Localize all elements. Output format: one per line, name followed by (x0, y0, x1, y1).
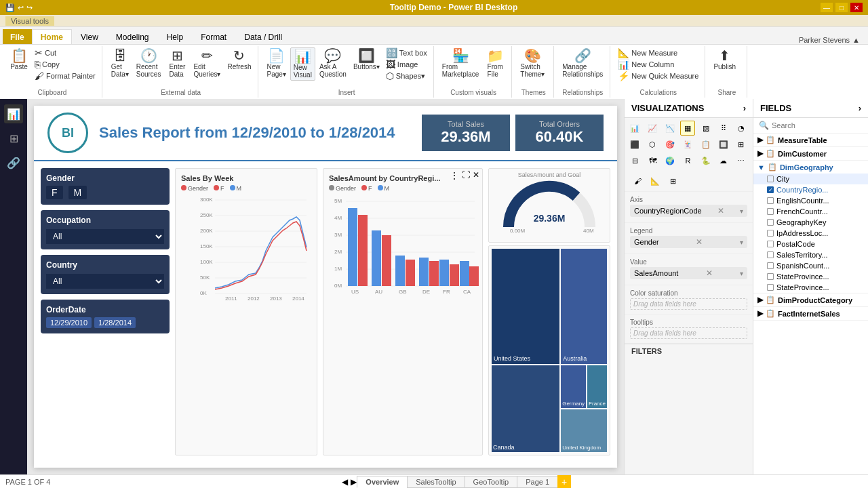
color-saturation-drop[interactable]: Drag data fields here (630, 298, 747, 310)
viz-area-chart[interactable]: 📉 (663, 121, 677, 136)
date-from[interactable]: 12/29/2010 (46, 317, 92, 328)
tab-home[interactable]: Home (32, 29, 72, 44)
sales-country-chart[interactable]: ⋮ ⛶ ✕ SalesAmount by CountryRegi... Gend… (323, 168, 483, 455)
viz-stacked-bar[interactable]: ▦ (680, 121, 695, 136)
tree-item-englishcountr[interactable]: EnglishCountr... (753, 195, 868, 206)
nav-data-icon[interactable]: ⊞ (4, 129, 23, 148)
geographykey-checkbox[interactable] (767, 219, 774, 226)
axis-dropdown-icon[interactable]: ▾ (740, 207, 743, 215)
viz-custom1[interactable]: R (680, 153, 695, 168)
new-visual-button[interactable]: 📊 NewVisual (290, 47, 315, 81)
viz-tool-analytics[interactable]: 📐 (648, 174, 663, 188)
publish-button[interactable]: ⬆ Publish (711, 47, 738, 72)
tree-item-stateprovince2[interactable]: StateProvince... (753, 282, 868, 293)
tree-item-stateprovince1[interactable]: StateProvince... (753, 271, 868, 282)
legend-dropdown-icon[interactable]: ▾ (740, 239, 743, 246)
new-page-button[interactable]: 📄 NewPage▾ (264, 47, 288, 79)
user-chevron[interactable]: ▲ (852, 36, 860, 44)
manage-relationships-button[interactable]: 🔗 ManageRelationships (559, 47, 606, 79)
recent-sources-button[interactable]: 🕐 RecentSources (134, 47, 164, 79)
tree-group-dimcustomer-header[interactable]: ▶ 📋 DimCustomer (753, 147, 868, 160)
get-data-button[interactable]: 🗄 GetData▾ (108, 47, 132, 79)
add-page-button[interactable]: + (557, 475, 571, 489)
edit-queries-button[interactable]: ✏ EditQueries▾ (191, 47, 223, 79)
viz-matrix[interactable]: ⊟ (627, 153, 642, 168)
occupation-select[interactable]: All (46, 229, 164, 244)
treemap-chart[interactable]: United States Australia Canada Germany F… (488, 245, 610, 455)
ipaddress-checkbox[interactable] (767, 230, 774, 237)
maximize-button[interactable]: □ (835, 3, 848, 12)
city-checkbox[interactable] (767, 176, 774, 182)
enter-data-button[interactable]: ⊞ EnterData (165, 47, 189, 79)
viz-100pct-bar[interactable]: ▧ (698, 121, 713, 136)
tree-item-postalcode[interactable]: PostalCode (753, 239, 868, 249)
tab-help[interactable]: Help (158, 29, 193, 44)
viz-funnel[interactable]: ⬡ (645, 137, 660, 152)
tab-modeling[interactable]: Modeling (107, 29, 158, 44)
format-painter-button[interactable]: 🖌 Format Painter (33, 70, 98, 81)
viz-filled-map[interactable]: 🌍 (663, 153, 677, 168)
ask-question-button[interactable]: 💬 Ask AQuestion (317, 47, 349, 79)
countryregion-checkbox[interactable]: ✓ (767, 186, 774, 193)
tree-item-city[interactable]: City (753, 174, 868, 184)
axis-field-pill[interactable]: CountryRegionCode ✕ ▾ (630, 205, 747, 217)
axis-field-remove[interactable]: ✕ (717, 206, 724, 216)
viz-treemap[interactable]: ⬛ (627, 137, 642, 152)
copy-button[interactable]: ⎘ Copy (33, 59, 98, 70)
tree-group-factinternetsales-header[interactable]: ▶ 📋 FactInternetSales (753, 307, 868, 320)
nav-report-icon[interactable]: 📊 (4, 104, 23, 123)
viz-tool-paint[interactable]: 🖌 (630, 174, 645, 188)
viz-map[interactable]: 🗺 (645, 153, 660, 168)
viz-card[interactable]: 🃏 (680, 137, 695, 152)
tree-group-dimgeography-header[interactable]: ▼ 📋 DimGeography (753, 161, 868, 174)
value-field-pill[interactable]: SalesAmount ✕ ▾ (630, 267, 747, 279)
viz-more[interactable]: ⋯ (734, 153, 749, 168)
shapes-button[interactable]: ⬡ Shapes▾ (384, 70, 429, 81)
viz-tool-fields2[interactable]: ⊞ (665, 174, 680, 188)
from-file-button[interactable]: 📁 FromFile (483, 47, 507, 79)
legend-field-remove[interactable]: ✕ (696, 237, 703, 247)
image-button[interactable]: 🖼 Image (384, 59, 429, 70)
viz-table[interactable]: ⊞ (734, 137, 749, 152)
fields-expand-icon[interactable]: › (859, 103, 861, 113)
gauge-chart[interactable]: SalesAmount and Goal 29.36M 0.00M 40M (488, 168, 610, 243)
viz-line-chart[interactable]: 📈 (645, 121, 660, 136)
from-marketplace-button[interactable]: 🏪 FromMarketplace (439, 47, 481, 79)
nav-model-icon[interactable]: 🔗 (4, 153, 23, 172)
tree-group-dimproductcategory-header[interactable]: ▶ 📋 DimProductCategory (753, 293, 868, 306)
legend-field-pill[interactable]: Gender ✕ ▾ (630, 236, 747, 248)
tree-item-salesterritory[interactable]: SalesTerritory... (753, 249, 868, 260)
tooltips-drop[interactable]: Drag data fields here (630, 327, 747, 339)
frenchcountr-checkbox[interactable] (767, 208, 774, 215)
spanishcount-checkbox[interactable] (767, 262, 774, 269)
prev-page-button[interactable]: ◀ (342, 477, 348, 487)
tab-format[interactable]: Format (192, 29, 235, 44)
chart-menu-icon[interactable]: ⋮ (450, 170, 459, 181)
minimize-button[interactable]: — (821, 3, 833, 12)
close-button[interactable]: ✕ (850, 3, 863, 12)
tree-item-spanishcount[interactable]: SpanishCount... (753, 260, 868, 271)
gender-f-button[interactable]: F (46, 186, 63, 199)
value-dropdown-icon[interactable]: ▾ (740, 270, 743, 277)
tab-view[interactable]: View (72, 29, 107, 44)
page-tab-page1[interactable]: Page 1 (517, 476, 557, 488)
gender-m-button[interactable]: M (68, 186, 87, 199)
viz-slicer[interactable]: 🔲 (716, 137, 731, 152)
date-to[interactable]: 1/28/2014 (94, 317, 136, 328)
switch-theme-button[interactable]: 🎨 SwitchTheme▾ (517, 47, 547, 79)
viz-expand-icon[interactable]: › (743, 103, 746, 113)
englishcountr-checkbox[interactable] (767, 197, 774, 204)
viz-gauge[interactable]: 🎯 (663, 137, 677, 152)
page-tab-salestooltip[interactable]: SalesTooltip (407, 476, 464, 488)
tab-file[interactable]: File (3, 29, 32, 44)
next-page-button[interactable]: ▶ (351, 477, 357, 487)
chart-close-icon[interactable]: ✕ (473, 170, 479, 181)
buttons-button[interactable]: 🔲 Buttons▾ (351, 47, 382, 72)
text-box-button[interactable]: 🔠 Text box (384, 47, 429, 58)
salesterritory-checkbox[interactable] (767, 251, 774, 258)
page-tab-geotooltip[interactable]: GeoTooltip (465, 476, 517, 488)
refresh-button[interactable]: ↻ Refresh (224, 47, 254, 72)
tree-item-countryregion[interactable]: ✓ CountryRegio... (753, 184, 868, 195)
value-field-remove[interactable]: ✕ (706, 268, 713, 278)
fields-search-input[interactable] (772, 121, 865, 129)
